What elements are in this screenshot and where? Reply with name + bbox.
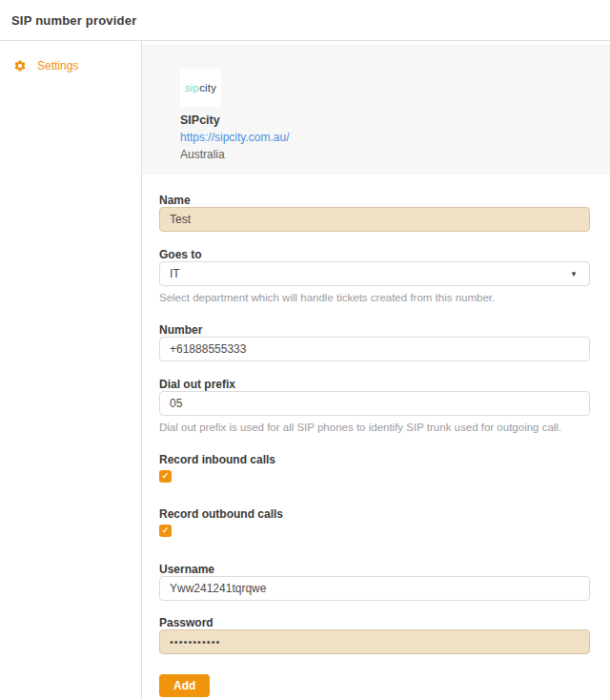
goes-to-helper-text: Select department which will handle tick… [159, 291, 590, 304]
content-area: sipcity SIPcity https://sipcity.com.au/ … [142, 41, 610, 699]
sip-provider-form: Name Goes to IT ▼ Select department whic… [142, 175, 610, 697]
goes-to-label: Goes to [159, 249, 590, 261]
record-inbound-label: Record inbound calls [159, 454, 590, 466]
password-field-group: Password [159, 617, 590, 654]
dial-out-prefix-input[interactable] [159, 391, 590, 416]
record-outbound-field-group: Record outbound calls ✓ [159, 508, 590, 537]
record-inbound-checkbox[interactable]: ✓ [159, 470, 172, 483]
chevron-down-icon: ▼ [570, 270, 578, 278]
record-outbound-label: Record outbound calls [159, 508, 590, 521]
password-input[interactable] [159, 629, 590, 654]
sidebar-item-label: Settings [37, 59, 78, 72]
check-icon: ✓ [162, 470, 170, 483]
provider-url-link[interactable]: https://sipcity.com.au/ [180, 131, 610, 144]
sidebar: Settings [0, 41, 142, 699]
number-label: Number [159, 324, 590, 337]
username-label: Username [159, 564, 590, 576]
goes-to-field-group: Goes to IT ▼ Select department which wil… [159, 249, 590, 304]
name-input[interactable] [159, 207, 590, 232]
provider-country: Australia [180, 148, 610, 161]
username-input[interactable] [159, 576, 590, 601]
name-field-group: Name [159, 195, 590, 232]
sipcity-logo-icon: sipcity [185, 82, 216, 93]
page-title: SIP number provider [11, 13, 136, 28]
dial-out-prefix-label: Dial out prefix [159, 379, 590, 391]
name-label: Name [159, 195, 590, 207]
add-button[interactable]: Add [159, 674, 210, 697]
number-field-group: Number [159, 324, 590, 361]
gear-icon [13, 59, 27, 72]
number-input[interactable] [159, 337, 590, 361]
record-inbound-field-group: Record inbound calls ✓ [159, 454, 590, 483]
page-header: SIP number provider [0, 0, 610, 41]
username-field-group: Username [159, 564, 590, 601]
dial-out-prefix-field-group: Dial out prefix Dial out prefix is used … [159, 379, 590, 434]
goes-to-selected-value: IT [170, 267, 180, 280]
sidebar-item-settings[interactable]: Settings [0, 59, 141, 72]
provider-logo: sipcity [180, 69, 221, 107]
password-label: Password [159, 617, 590, 629]
dial-out-prefix-helper-text: Dial out prefix is used for all SIP phon… [159, 421, 590, 434]
check-icon: ✓ [162, 525, 170, 537]
provider-card: sipcity SIPcity https://sipcity.com.au/ … [142, 45, 610, 175]
record-outbound-checkbox[interactable]: ✓ [159, 525, 172, 537]
goes-to-select[interactable]: IT ▼ [159, 261, 590, 286]
main-layout: Settings sipcity SIPcity https://sipcity… [0, 41, 610, 699]
provider-name: SIPcity [180, 113, 610, 127]
